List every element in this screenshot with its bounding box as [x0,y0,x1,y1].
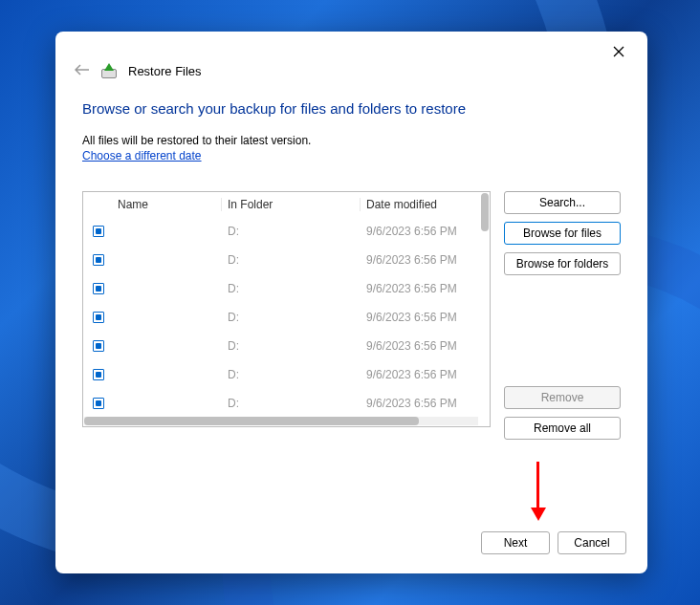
main-area: Name In Folder Date modified D: 9/6/2023… [82,191,621,440]
file-icon [93,398,104,409]
restore-files-dialog: Restore Files Browse or search your back… [55,32,647,573]
page-heading: Browse or search your backup for files a… [82,100,621,117]
close-button[interactable] [603,39,634,64]
close-icon [613,46,624,57]
browse-folders-button[interactable]: Browse for folders [504,252,621,275]
search-button[interactable]: Search... [504,191,621,214]
table-row[interactable]: D: 9/6/2023 6:56 PM [83,246,490,274]
vertical-scrollbar[interactable] [481,193,489,231]
file-icon [93,254,104,266]
table-row[interactable]: D: 9/6/2023 6:56 PM [83,332,490,360]
file-icon [93,340,104,352]
restore-icon [101,63,119,78]
back-arrow-icon [75,64,90,76]
column-name[interactable]: Name [114,198,222,211]
table-row[interactable]: D: 9/6/2023 6:56 PM [83,389,490,418]
list-header: Name In Folder Date modified [83,192,490,217]
file-icon [93,369,104,380]
table-row[interactable]: D: 9/6/2023 6:56 PM [83,360,490,389]
next-button[interactable]: Next [481,531,550,554]
column-date[interactable]: Date modified [361,198,490,211]
content-area: Browse or search your backup for files a… [55,100,647,518]
choose-date-link[interactable]: Choose a different date [82,149,621,162]
table-row[interactable]: D: 9/6/2023 6:56 PM [83,217,490,246]
browse-files-button[interactable]: Browse for files [504,222,621,245]
column-folder[interactable]: In Folder [222,198,361,211]
file-icon [93,226,104,237]
back-button[interactable] [73,62,92,79]
side-buttons: Search... Browse for files Browse for fo… [504,191,621,440]
file-icon [93,312,104,323]
footer: Next Cancel [55,518,647,573]
window-title: Restore Files [128,64,202,78]
list-body: D: 9/6/2023 6:56 PM D: 9/6/2023 6:56 PM … [83,217,490,426]
table-row[interactable]: D: 9/6/2023 6:56 PM [83,274,490,303]
file-icon [93,283,104,294]
remove-all-button[interactable]: Remove all [504,417,621,440]
table-row[interactable]: D: 9/6/2023 6:56 PM [83,303,490,332]
cancel-button[interactable]: Cancel [558,531,626,554]
version-note: All files will be restored to their late… [82,134,621,147]
horizontal-scrollbar[interactable] [84,417,478,425]
header-row: Restore Files [55,62,647,79]
remove-button[interactable]: Remove [504,386,621,409]
file-list[interactable]: Name In Folder Date modified D: 9/6/2023… [82,191,491,427]
